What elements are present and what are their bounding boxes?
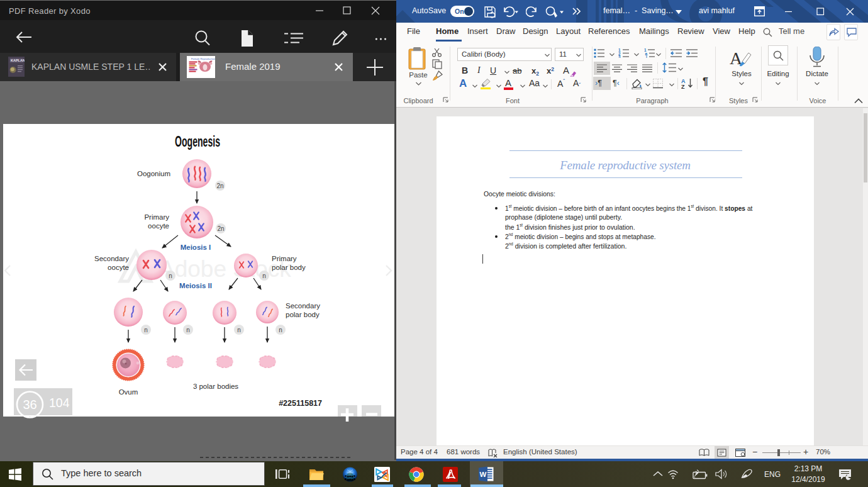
svg-text:W: W (480, 471, 487, 478)
svg-text:i: i (646, 55, 647, 59)
svg-text:Primary: Primary (272, 255, 297, 262)
svg-text:Z: Z (681, 84, 685, 89)
svg-text:#225115817: #225115817 (279, 399, 322, 408)
svg-text:2n: 2n (216, 182, 223, 189)
svg-text:36: 36 (23, 398, 36, 411)
svg-text:n: n (237, 327, 241, 333)
svg-text:n: n (279, 327, 282, 333)
svg-text:oocyte: oocyte (108, 264, 129, 271)
svg-text:Ovum: Ovum (119, 388, 138, 396)
svg-text:A: A (681, 78, 686, 84)
svg-text:Meiosis II: Meiosis II (179, 282, 212, 289)
svg-text:polar body: polar body (286, 311, 320, 318)
svg-text:3: 3 (618, 55, 621, 59)
svg-text:polar body: polar body (272, 264, 306, 271)
svg-text:3 polar bodies: 3 polar bodies (193, 383, 238, 390)
svg-text:n: n (169, 272, 172, 279)
svg-text:Secondary: Secondary (94, 255, 129, 262)
svg-text:KAPLAN: KAPLAN (11, 59, 25, 62)
svg-text:Female Reproductive System: Female Reproductive System (191, 57, 215, 60)
svg-text:Oogonium: Oogonium (137, 170, 170, 177)
svg-text:Secondary: Secondary (286, 302, 320, 310)
svg-text:2n: 2n (217, 225, 224, 232)
svg-text:Meiosis I: Meiosis I (181, 244, 211, 251)
svg-text:Primary: Primary (144, 213, 169, 221)
svg-text:n: n (144, 327, 148, 333)
svg-text:Oogenesis: Oogenesis (175, 133, 220, 150)
svg-text:n: n (262, 272, 266, 279)
svg-text:oocyte: oocyte (148, 222, 169, 230)
svg-text:n: n (186, 327, 190, 333)
